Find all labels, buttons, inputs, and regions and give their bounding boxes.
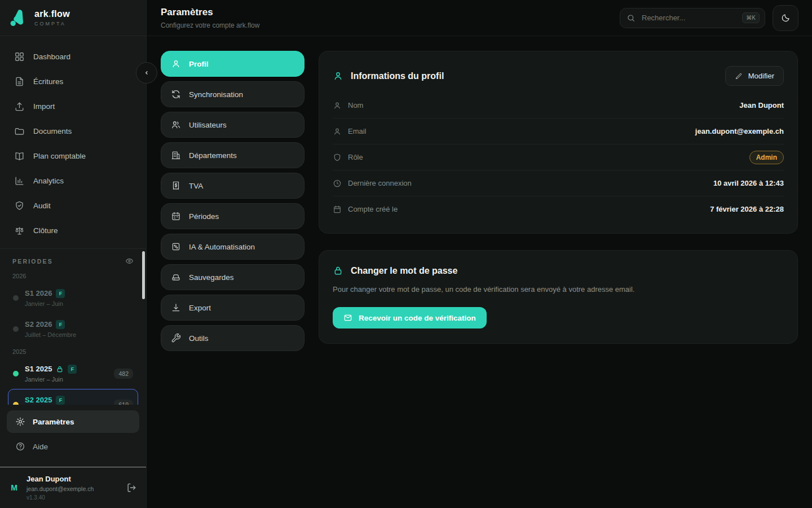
sidebar-item-import[interactable]: Import bbox=[6, 94, 140, 119]
tab-ia-automatisation[interactable]: IA & Automatisation bbox=[161, 234, 304, 260]
sidebar-item-cloture[interactable]: Clôture bbox=[6, 218, 140, 243]
panel-title: Changer le mot de passe bbox=[351, 266, 457, 276]
tab-label: Outils bbox=[189, 334, 209, 343]
sidebar-item-label: Plan comptable bbox=[33, 152, 86, 160]
calendar-icon bbox=[171, 211, 181, 221]
tab-label: Utilisateurs bbox=[189, 121, 227, 129]
app: ark.flow COMPTA Dashboard Écritures Impo… bbox=[0, 0, 812, 508]
sidebar-item-label: Documents bbox=[33, 127, 72, 135]
sidebar-item-plan-comptable[interactable]: Plan comptable bbox=[6, 143, 140, 168]
receipt-dollar-icon bbox=[171, 181, 181, 191]
row-value: 7 février 2026 à 22:28 bbox=[710, 205, 784, 213]
sidebar-scrollbar[interactable] bbox=[142, 251, 145, 299]
profile-row-derniere-connexion: Dernière connexion 10 avril 2026 à 12:43 bbox=[333, 170, 784, 196]
row-label-text: Rôle bbox=[348, 153, 363, 161]
pencil-icon bbox=[735, 72, 743, 80]
user-icon bbox=[333, 101, 342, 110]
period-flag-badge: F bbox=[56, 289, 65, 298]
tab-label: Périodes bbox=[189, 212, 219, 221]
sidebar-bottom: Paramètres Aide bbox=[0, 405, 146, 467]
search-icon bbox=[626, 14, 636, 23]
period-range: Janvier – Juin bbox=[25, 376, 108, 383]
sidebar-item-analytics[interactable]: Analytics bbox=[6, 168, 140, 193]
tab-sauvegardes[interactable]: Sauvegardes bbox=[161, 264, 304, 290]
search-input[interactable] bbox=[641, 13, 737, 23]
change-password-panel: Changer le mot de passe Pour changer vot… bbox=[319, 250, 798, 344]
page-title: Paramètres bbox=[161, 7, 259, 18]
tab-export[interactable]: Export bbox=[161, 295, 304, 321]
building-icon bbox=[171, 150, 181, 160]
sync-icon bbox=[171, 89, 181, 99]
search-shortcut-badge: ⌘K bbox=[742, 12, 760, 23]
tab-tva[interactable]: TVA bbox=[161, 173, 304, 199]
edit-profile-button[interactable]: Modifier bbox=[725, 66, 784, 86]
shield-icon bbox=[333, 153, 342, 162]
period-status-dot bbox=[13, 371, 19, 376]
page-subtitle: Configurez votre compte ark.flow bbox=[161, 21, 259, 29]
period-flag-badge: F bbox=[56, 396, 65, 405]
period-item-s1-2026[interactable]: S1 2026F Janvier – Juin bbox=[8, 282, 138, 313]
row-label-text: Dernière connexion bbox=[348, 179, 412, 187]
tab-label: TVA bbox=[189, 182, 203, 190]
users-icon bbox=[171, 120, 181, 130]
tab-utilisateurs[interactable]: Utilisateurs bbox=[161, 112, 304, 138]
theme-toggle-button[interactable] bbox=[773, 5, 798, 31]
row-value: jean.dupont@exemple.ch bbox=[695, 127, 784, 135]
tab-departements[interactable]: Départements bbox=[161, 142, 304, 168]
brand-subtitle: COMPTA bbox=[34, 21, 70, 27]
tab-periodes[interactable]: Périodes bbox=[161, 203, 304, 229]
eye-icon[interactable] bbox=[125, 257, 134, 265]
lock-icon bbox=[333, 265, 343, 276]
tab-label: Export bbox=[189, 304, 211, 312]
settings-tabs: Profil Synchronisation Utilisateurs Dépa… bbox=[161, 51, 304, 356]
clock-icon bbox=[333, 179, 342, 188]
period-range: Janvier – Juin bbox=[25, 300, 133, 307]
sidebar-nav: Dashboard Écritures Import Documents Pla… bbox=[0, 36, 146, 248]
period-item-s2-2026[interactable]: S2 2026F Juillet – Décembre bbox=[8, 313, 138, 344]
period-status-dot bbox=[13, 326, 19, 332]
tab-profil[interactable]: Profil bbox=[161, 51, 304, 77]
sidebar-item-label: Écritures bbox=[33, 77, 63, 86]
sidebar-item-documents[interactable]: Documents bbox=[6, 119, 140, 143]
periods-title: PERIODES bbox=[12, 258, 53, 265]
chip-icon bbox=[171, 242, 181, 252]
grid-icon bbox=[14, 51, 25, 62]
drive-icon bbox=[171, 272, 181, 282]
period-item-s2-2025[interactable]: S2 2025F Juillet – Décembre 619 bbox=[8, 389, 138, 405]
tab-outils[interactable]: Outils bbox=[161, 325, 304, 351]
gear-icon bbox=[15, 417, 25, 427]
profile-row-email: Email jean.dupont@exemple.ch bbox=[333, 119, 784, 144]
sidebar-item-ecritures[interactable]: Écritures bbox=[6, 69, 140, 94]
tab-synchronisation[interactable]: Synchronisation bbox=[161, 81, 304, 107]
book-open-icon bbox=[14, 151, 25, 161]
period-label: S2 2025 bbox=[25, 396, 52, 404]
app-version: v1.3.40 bbox=[27, 494, 118, 501]
wrench-icon bbox=[171, 333, 181, 343]
user-icon bbox=[333, 71, 343, 81]
row-value: Jean Dupont bbox=[739, 101, 784, 110]
sidebar-item-aide[interactable]: Aide bbox=[7, 435, 139, 458]
tab-label: IA & Automatisation bbox=[189, 243, 255, 251]
receive-verification-code-button[interactable]: Recevoir un code de vérification bbox=[333, 307, 487, 329]
period-item-s1-2025[interactable]: S1 2025 F Janvier – Juin 482 bbox=[8, 358, 138, 389]
chevron-left-icon bbox=[142, 68, 151, 77]
user-icon bbox=[171, 59, 181, 69]
period-status-dot bbox=[13, 295, 19, 301]
sidebar-item-audit[interactable]: Audit bbox=[6, 193, 140, 218]
period-count-badge: 619 bbox=[114, 400, 133, 405]
sidebar-item-parametres[interactable]: Paramètres bbox=[7, 410, 139, 433]
brand: ark.flow COMPTA bbox=[0, 0, 146, 36]
sidebar-collapse-button[interactable] bbox=[136, 62, 157, 84]
sidebar-item-label: Audit bbox=[33, 202, 51, 210]
sidebar-item-dashboard[interactable]: Dashboard bbox=[6, 44, 140, 69]
profile-info-panel: Informations du profil Modifier Nom Jean… bbox=[319, 51, 798, 234]
period-label: S1 2026 bbox=[25, 289, 52, 297]
shield-check-icon bbox=[14, 200, 25, 211]
period-range: Juillet – Décembre bbox=[25, 331, 133, 338]
tab-label: Synchronisation bbox=[189, 90, 243, 99]
period-count-badge: 482 bbox=[114, 369, 133, 379]
row-label-text: Compte créé le bbox=[348, 205, 398, 213]
search-bar[interactable]: ⌘K bbox=[620, 8, 765, 28]
user-section: M Jean Dupont jean.dupont@exemple.ch v1.… bbox=[0, 467, 146, 508]
logout-button[interactable] bbox=[126, 482, 137, 493]
